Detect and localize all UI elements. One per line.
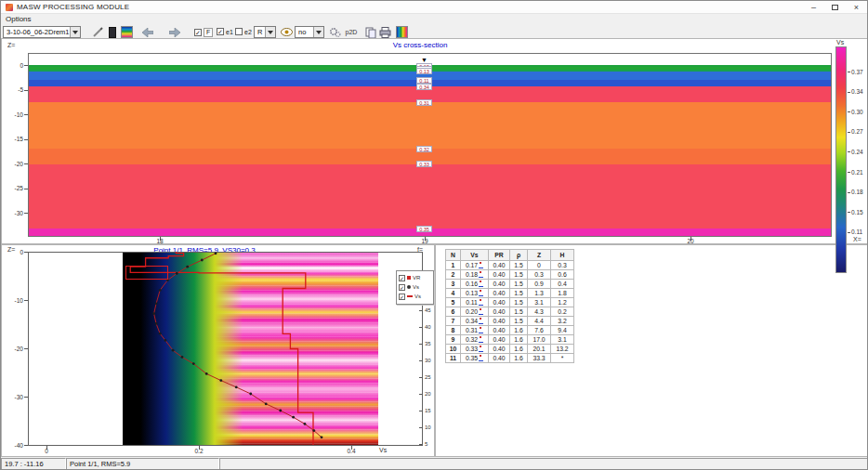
table-cell[interactable]: 0.33 (461, 345, 489, 354)
map-view-button[interactable] (395, 25, 409, 39)
table-cell[interactable]: 0.16 (461, 280, 489, 289)
vs-cell-bounds-mark (479, 309, 483, 315)
menu-options[interactable]: Options (1, 15, 36, 23)
vs-cell-bounds-mark (479, 319, 483, 324)
dataset-select-arrow[interactable] (70, 27, 80, 37)
trace-view-button[interactable] (105, 25, 119, 39)
table-cell[interactable]: 0.20 (461, 307, 489, 317)
filter-select-arrow[interactable] (313, 27, 323, 37)
copy-button[interactable] (363, 25, 377, 39)
f-tick-mark (419, 344, 423, 345)
table-cell: 9.4 (551, 326, 574, 335)
spectrum-view-button[interactable] (120, 25, 134, 39)
table-cell: 0.40 (489, 270, 510, 280)
mode-select-arrow[interactable] (265, 27, 275, 37)
table-row[interactable]: 30.160.401.50.90.4 (446, 280, 574, 289)
arrow-left-icon (141, 28, 153, 37)
table-cell: 0.40 (489, 317, 510, 326)
next-point-button[interactable] (168, 25, 182, 39)
e1-checkbox-box[interactable]: ✓ (217, 28, 224, 35)
table-cell: 0.40 (489, 326, 510, 335)
f-checkbox[interactable]: ✓ F (194, 28, 213, 37)
z2-tick-mark (24, 397, 28, 398)
vr-square-marker-icon (407, 276, 411, 280)
table-cell: 0.40 (489, 345, 510, 354)
z2-tick-mark (24, 445, 28, 446)
cross-section-panel[interactable]: Vs cross-section Z= Vs X= 0-5-10-15-20-2… (1, 38, 868, 244)
table-row[interactable]: 50.110.401.53.11.2 (446, 298, 574, 307)
minimize-button[interactable]: – (803, 1, 824, 14)
table-cell: 11 (446, 354, 461, 363)
table-cell: 1 (446, 261, 461, 270)
f-checkbox-box[interactable]: ✓ (194, 29, 202, 36)
selection-rectangle[interactable] (125, 266, 168, 280)
e2-checkbox-box[interactable] (235, 28, 243, 35)
maximize-button[interactable] (824, 1, 846, 14)
table-col-header: N (446, 250, 461, 261)
gears-icon (329, 27, 341, 38)
table-row[interactable]: 70.340.401.54.43.2 (446, 317, 574, 326)
table-cell: * (551, 354, 574, 363)
legend-vs-dot-label: Vs (413, 284, 419, 290)
table-cell[interactable]: 0.18 (461, 270, 489, 280)
cross-section-plot[interactable] (2, 39, 868, 245)
vs-tick-label: 0.4 (342, 448, 361, 454)
legend-box: ✓ VR ✓ Vs ✓ Vs (396, 270, 434, 305)
window-title: MASW PROCESSING MODULE (17, 3, 129, 11)
table-cell: 0.9 (528, 280, 551, 289)
table-cell: 1.6 (510, 335, 528, 345)
mode-select[interactable]: R (254, 26, 276, 38)
table-cell: 8 (446, 326, 461, 335)
table-cell[interactable]: 0.35 (461, 354, 489, 363)
z-axis-label-2: Z= (7, 246, 15, 253)
table-row[interactable]: 60.200.401.54.30.2 (446, 307, 574, 317)
dispersion-panel[interactable]: Point 1/1, RMS=5.9, VS30=0.3 Z= f= Vs ✓ … (1, 244, 435, 457)
table-cell[interactable]: 0.11 (461, 298, 489, 307)
legend-row-vs-line[interactable]: ✓ Vs (399, 292, 431, 301)
vs-tick-mark (199, 446, 200, 450)
rainbow-map-icon (396, 26, 408, 38)
maximize-icon (832, 5, 838, 10)
cross-section-layer (29, 72, 832, 81)
dataset-select[interactable]: 3-10-06_06-2Drem1 (3, 26, 81, 38)
pick-tool-button[interactable] (90, 25, 104, 39)
legend-vs-dot-checkbox[interactable]: ✓ (399, 284, 405, 291)
p2d-button[interactable]: p2D (343, 25, 360, 39)
e2-checkbox[interactable]: e2 (235, 28, 252, 35)
vs-colorbar (835, 46, 847, 273)
table-row[interactable]: 80.310.401.67.69.4 (446, 326, 574, 335)
table-cell[interactable]: 0.17 (461, 261, 489, 270)
close-button[interactable]: × (846, 1, 867, 14)
table-row[interactable]: 100.330.401.620.113.2 (446, 345, 574, 354)
legend-row-vs-dot[interactable]: ✓ Vs (399, 282, 431, 292)
table-row[interactable]: 40.130.401.51.31.8 (446, 289, 574, 298)
legend-row-vr[interactable]: ✓ VR (399, 273, 431, 282)
legend-vs-line-checkbox[interactable]: ✓ (399, 294, 405, 300)
velocity-spectrum-image[interactable] (123, 253, 378, 445)
table-row[interactable]: 10.170.401.500.3 (446, 261, 574, 270)
table-cell: 0.40 (489, 289, 510, 298)
legend-vr-checkbox[interactable]: ✓ (399, 275, 405, 281)
z2-tick-label: -40 (4, 442, 23, 449)
table-row[interactable]: 20.180.401.50.30.6 (446, 270, 574, 280)
status-bar: 19.7 : -11.16 Point 1/1, RMS=5.9 (1, 457, 868, 470)
print-button[interactable] (378, 25, 392, 39)
e1-checkbox[interactable]: ✓ e1 (217, 28, 233, 35)
mode-select-value: R (255, 28, 265, 36)
prev-point-button[interactable] (140, 25, 154, 39)
table-row[interactable]: 110.350.401.633.3* (446, 354, 574, 363)
z2-tick-label: -20 (4, 346, 23, 352)
layer-model-table[interactable]: NVsPRρZH 10.170.401.500.320.180.401.50.3… (445, 249, 574, 363)
table-cell[interactable]: 0.13 (461, 289, 489, 298)
f-tick-mark (419, 394, 423, 395)
table-row[interactable]: 90.320.401.617.03.1 (446, 335, 574, 345)
table-cell: 0.40 (489, 280, 510, 289)
process-button[interactable] (328, 25, 342, 39)
table-cell[interactable]: 0.32 (461, 335, 489, 345)
filter-select[interactable]: no (295, 26, 324, 38)
table-cell[interactable]: 0.34 (461, 317, 489, 326)
table-cell[interactable]: 0.31 (461, 326, 489, 335)
visibility-button[interactable] (280, 25, 294, 39)
vs-cell-bounds-mark (479, 263, 483, 268)
table-cell: 33.3 (528, 354, 551, 363)
